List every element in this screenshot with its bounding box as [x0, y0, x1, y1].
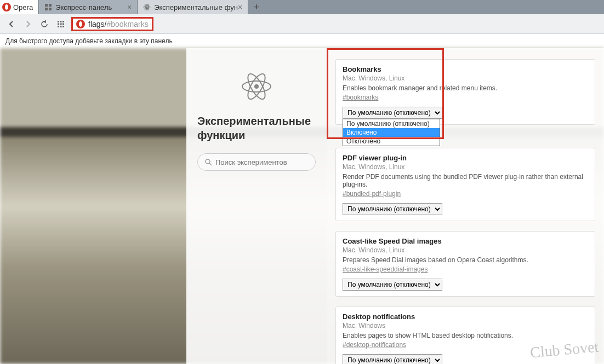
svg-rect-8	[58, 21, 59, 22]
svg-rect-12	[60, 23, 62, 25]
tab-experimental[interactable]: Экспериментальные фун ×	[138, 0, 248, 14]
tabs-row: Экспресс-панель × Экспериментальные фун …	[39, 0, 265, 14]
atom-icon	[143, 3, 151, 11]
flag-description: Prepares Speed Dial images based on Oper…	[343, 256, 588, 264]
flag-pdf-viewer: PDF viewer plug-in Mac, Windows, Linux R…	[335, 148, 595, 221]
flag-platforms: Mac, Windows	[343, 322, 588, 330]
titlebar: Opera Экспресс-панель × Экспериментальны…	[0, 0, 604, 14]
svg-rect-0	[45, 4, 48, 7]
svg-rect-2	[45, 8, 48, 10]
svg-rect-9	[60, 21, 62, 22]
svg-point-4	[146, 7, 148, 8]
svg-rect-10	[62, 21, 64, 22]
svg-point-21	[206, 159, 210, 164]
new-tab-button[interactable]: +	[248, 0, 265, 14]
opera-logo-icon	[76, 20, 85, 28]
main-area: Экспериментальные функции Bookmarks Mac,…	[0, 48, 604, 364]
svg-rect-1	[49, 4, 52, 7]
flag-description: Enables pages to show HTML based desktop…	[343, 332, 588, 339]
flag-select[interactable]: По умолчанию (отключено)	[343, 203, 442, 215]
flag-title: PDF viewer plug-in	[343, 154, 588, 162]
search-input[interactable]	[215, 158, 309, 166]
flag-platforms: Mac, Windows, Linux	[343, 163, 588, 171]
highlight-box	[327, 48, 444, 139]
bookmarks-hint: Для быстрого доступа добавьте закладки в…	[0, 34, 604, 48]
flag-anchor-link[interactable]: #desktop-notifications	[343, 341, 406, 349]
svg-rect-13	[62, 23, 64, 25]
app-name: Opera	[13, 3, 33, 11]
address-bar[interactable]: flags/#bookmarks	[71, 17, 153, 31]
svg-rect-3	[49, 8, 52, 10]
flag-anchor-link[interactable]: #coast-like-speeddial-images	[343, 265, 428, 273]
flag-select[interactable]: По умолчанию (отключено)	[343, 354, 442, 364]
atom-icon	[240, 70, 273, 103]
back-button[interactable]	[5, 18, 18, 30]
svg-rect-11	[58, 23, 59, 25]
flag-platforms: Mac, Windows, Linux	[343, 246, 588, 254]
flag-coast-speed-dial: Coast-like Speed Dial images Mac, Window…	[335, 231, 595, 297]
tab-speed-dial[interactable]: Экспресс-панель ×	[39, 0, 138, 14]
opera-logo-icon	[2, 3, 11, 11]
svg-line-22	[209, 163, 212, 165]
close-icon[interactable]: ×	[127, 3, 132, 11]
close-icon[interactable]: ×	[238, 3, 242, 11]
address-text: flags/#bookmarks	[88, 20, 149, 28]
svg-rect-16	[62, 26, 64, 27]
flag-anchor-link[interactable]: #bundled-pdf-plugin	[343, 190, 401, 198]
flag-select[interactable]: По умолчанию (отключено)	[343, 279, 442, 291]
flag-description: Render PDF documents using the bundled P…	[343, 173, 588, 188]
tab-label: Экспериментальные фун	[154, 3, 238, 11]
sidebar-panel: Экспериментальные функции	[186, 48, 327, 364]
navbar: flags/#bookmarks	[0, 14, 604, 34]
page-title: Экспериментальные функции	[197, 114, 316, 142]
svg-rect-14	[58, 26, 59, 27]
opera-menu-button[interactable]: Opera	[0, 0, 39, 14]
reload-button[interactable]	[38, 18, 50, 30]
forward-button[interactable]	[22, 18, 34, 30]
tab-label: Экспресс-панель	[55, 3, 112, 11]
flag-title: Desktop notifications	[343, 313, 588, 321]
svg-point-17	[254, 84, 259, 89]
flag-title: Coast-like Speed Dial images	[343, 237, 588, 245]
left-region: Экспериментальные функции	[0, 48, 327, 364]
speed-dial-icon	[44, 3, 52, 11]
svg-rect-15	[60, 26, 62, 27]
search-icon	[204, 158, 212, 166]
speed-dial-button[interactable]	[55, 18, 67, 30]
search-experiments[interactable]	[197, 153, 316, 171]
